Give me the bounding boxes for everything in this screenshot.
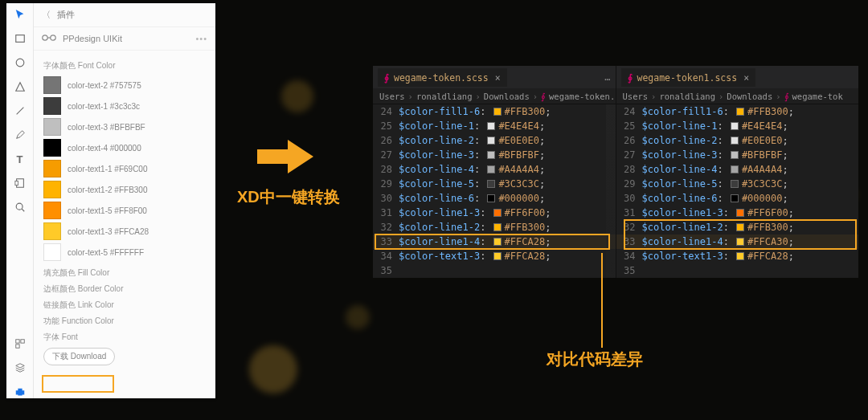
color-swatch-icon (731, 151, 739, 159)
code-line[interactable]: 28$color-line-4: #A4A4A4; (616, 162, 859, 177)
more-icon[interactable]: ••• (195, 34, 207, 43)
code-line[interactable]: 35 (616, 263, 859, 278)
breadcrumb-segment[interactable]: ronaldliang (416, 92, 473, 101)
color-swatch-icon (731, 137, 739, 145)
code-line[interactable]: 24$color-fill1-6: #FFB300; (616, 104, 859, 119)
code-line[interactable]: 31$color-line1-3: #FF6F00; (373, 206, 616, 220)
line-number: 33 (373, 234, 399, 249)
artboard-tool-icon[interactable] (14, 177, 27, 190)
code-line[interactable]: 30$color-line-6: #000000; (373, 191, 616, 206)
line-number: 31 (616, 206, 642, 220)
swatch-row[interactable]: color-text1-1 #F69C00 (43, 158, 206, 179)
code-area[interactable]: 24$color-fill1-6: #FFB300;25$color-line-… (373, 104, 616, 278)
swatch-row[interactable]: color-text1-3 #FFCA28 (43, 221, 206, 242)
code-line[interactable]: 27$color-line-3: #BFBFBF; (373, 148, 616, 162)
tab-wegame-token1[interactable]: ∮ wegame-token1.scss × (621, 68, 756, 87)
line-number: 29 (616, 177, 642, 191)
line-number: 26 (373, 133, 399, 148)
code-line[interactable]: 26$color-line-2: #E0E0E0; (373, 133, 616, 148)
swatch-row[interactable]: color-text1-2 #FFB300 (43, 179, 206, 200)
breadcrumb-segment[interactable]: wegame-tok (792, 92, 843, 101)
plugin-row[interactable]: PPdesign UIKit ••• (34, 27, 215, 51)
chevron-right-icon: › (651, 92, 656, 101)
swatch-row[interactable]: color-text-4 #000000 (43, 137, 206, 158)
pen-tool-icon[interactable] (14, 128, 27, 141)
assets-panel-icon[interactable] (14, 337, 27, 350)
xd-toolbar: T (6, 3, 34, 398)
code-line[interactable]: 28$color-line-4: #A4A4A4; (373, 162, 616, 177)
code-line[interactable]: 26$color-line-2: #E0E0E0; (616, 133, 859, 148)
minimap[interactable] (606, 104, 616, 278)
svg-line-2 (16, 108, 23, 115)
close-icon[interactable]: × (495, 72, 501, 84)
code-line[interactable]: 32$color-line1-2: #FFB300; (616, 220, 859, 234)
bokeh-dot (346, 305, 370, 329)
breadcrumb-segment[interactable]: Downloads (484, 92, 530, 101)
tab-bar: ∮ wegame-token1.scss × (616, 66, 859, 88)
code-line[interactable]: 29$color-line-5: #3C3C3C; (616, 177, 859, 191)
layers-panel-icon[interactable] (14, 361, 27, 374)
swatch-label: color-text1-3 #FFCA28 (68, 227, 149, 236)
code-line[interactable]: 33$color-line1-4: #FFCA30; (616, 234, 859, 249)
swatch-row[interactable]: color-text1-5 #FF8F00 (43, 200, 206, 221)
ellipse-tool-icon[interactable] (14, 56, 27, 69)
color-swatch (43, 76, 61, 94)
tab-wegame-token[interactable]: ∮ wegame-token.scss × (378, 68, 507, 87)
text-tool-icon[interactable]: T (14, 153, 27, 165)
swatch-row[interactable]: color-text-2 #757575 (43, 75, 206, 96)
xd-panel-header: 〈 插件 (34, 3, 215, 27)
code-content: $color-text1-3: #FFCA28; (642, 249, 859, 263)
download-button[interactable]: 下载 Download (43, 348, 115, 365)
code-area[interactable]: 24$color-fill1-6: #FFB300;25$color-line-… (616, 104, 859, 278)
scss-file-icon: ∮ (384, 72, 389, 84)
breadcrumb[interactable]: Users › ronaldliang › Downloads › ∮ wega… (616, 88, 859, 104)
svg-point-11 (51, 35, 55, 40)
swatch-row[interactable]: color-text-1 #3c3c3c (43, 96, 206, 116)
code-line[interactable]: 29$color-line-5: #3C3C3C; (373, 177, 616, 191)
triangle-tool-icon[interactable] (14, 80, 27, 93)
more-icon[interactable]: … (604, 71, 610, 83)
svg-rect-4 (14, 181, 18, 185)
code-line[interactable]: 34$color-text1-3: #FFCA28; (373, 249, 616, 263)
code-line[interactable]: 25$color-line-1: #E4E4E4; (616, 119, 859, 133)
plugin-body[interactable]: 字体颜色 Font Color color-text-2 #757575colo… (34, 51, 215, 398)
code-content: $color-line-4: #A4A4A4; (399, 162, 616, 177)
code-line[interactable]: 27$color-line-3: #BFBFBF; (616, 148, 859, 162)
zoom-tool-icon[interactable] (14, 201, 27, 214)
rectangle-tool-icon[interactable] (14, 32, 27, 45)
breadcrumb[interactable]: Users › ronaldliang › Downloads › ∮ wega… (373, 88, 616, 104)
color-swatch (43, 118, 61, 136)
chevron-left-icon[interactable]: 〈 (42, 9, 51, 21)
code-line[interactable]: 30$color-line-6: #000000; (616, 191, 859, 206)
code-content: $color-line-3: #BFBFBF; (399, 148, 616, 162)
code-line[interactable]: 35 (373, 263, 616, 278)
annotation-diff: 对比代码差异 (547, 349, 643, 370)
breadcrumb-segment[interactable]: wegame-token.sc (549, 92, 615, 101)
line-number: 25 (616, 119, 642, 133)
plugins-panel-icon[interactable] (14, 385, 27, 398)
breadcrumb-segment[interactable]: ronaldliang (659, 92, 715, 101)
line-tool-icon[interactable] (14, 104, 27, 117)
color-swatch (43, 139, 61, 157)
code-line[interactable]: 31$color-line1-3: #FF6F00; (616, 206, 859, 220)
code-line[interactable]: 24$color-fill1-6: #FFB300; (373, 104, 616, 119)
code-line[interactable]: 33$color-line1-4: #FFCA28; (373, 234, 616, 249)
color-swatch-icon (736, 238, 744, 246)
close-icon[interactable]: × (743, 72, 749, 84)
code-content: $color-text1-3: #FFCA28; (399, 249, 616, 263)
color-swatch-icon (487, 137, 495, 145)
color-swatch-icon (736, 223, 744, 231)
color-swatch-icon (736, 108, 744, 116)
line-number: 35 (616, 263, 642, 278)
plugin-name: PPdesign UIKit (63, 34, 122, 43)
code-line[interactable]: 32$color-line1-2: #FFB300; (373, 220, 616, 234)
select-tool-icon[interactable] (14, 8, 27, 21)
code-line[interactable]: 25$color-line-1: #E4E4E4; (373, 119, 616, 133)
breadcrumb-segment[interactable]: Users (379, 92, 405, 101)
code-content: $color-line-2: #E0E0E0; (642, 133, 859, 148)
breadcrumb-segment[interactable]: Users (623, 92, 649, 101)
breadcrumb-segment[interactable]: Downloads (727, 92, 772, 101)
code-line[interactable]: 34$color-text1-3: #FFCA28; (616, 249, 859, 263)
swatch-row[interactable]: color-text-5 #FFFFFF (43, 242, 206, 263)
swatch-row[interactable]: color-text-3 #BFBFBF (43, 116, 206, 137)
